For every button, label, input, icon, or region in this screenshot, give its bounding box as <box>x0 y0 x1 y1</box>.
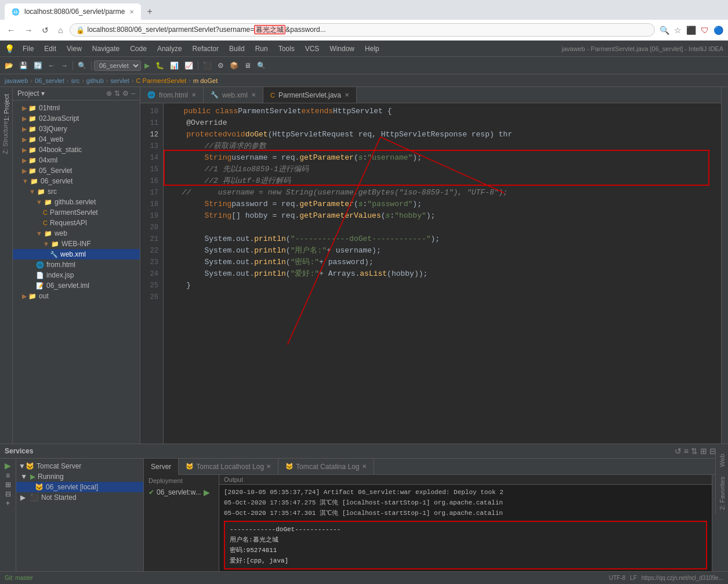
tree-item-out[interactable]: ▶ 📁out <box>13 291 140 301</box>
tree-item-web[interactable]: ▼ 📁web <box>13 228 140 239</box>
services-tab-server[interactable]: Server <box>144 459 179 475</box>
scrollbar-right[interactable] <box>721 87 728 444</box>
services-06servlet[interactable]: 🐱 06_servlet [local] <box>16 482 143 492</box>
services-refresh-btn[interactable]: ↺ <box>675 446 682 456</box>
services-running[interactable]: ▼ ▶ Running <box>16 471 143 482</box>
breadcrumb-javaweb[interactable]: javaweb <box>5 77 28 84</box>
services-run-btn[interactable]: ▶ <box>1 461 15 470</box>
shield-icon[interactable]: 🛡 <box>701 26 709 35</box>
tree-item-requestapi[interactable]: C RequestAPI <box>13 218 140 228</box>
tab-close-webxml[interactable]: ✕ <box>251 92 256 98</box>
back-btn[interactable]: ← <box>5 24 17 36</box>
menu-navigate[interactable]: Navigate <box>88 44 124 54</box>
services-tab-catalina-log[interactable]: 🐱 Tomcat Catalina Log ✕ <box>278 459 374 475</box>
services-tomcat-server[interactable]: ▼ 🐱 Tomcat Server <box>16 461 143 471</box>
tree-item-src[interactable]: ▼ 📁src <box>13 186 140 197</box>
tree-item-05servlet[interactable]: ▶ 📁05_Servlet <box>13 165 140 176</box>
tree-item-04book[interactable]: ▶ 📁04book_static <box>13 145 140 155</box>
tree-item-iml[interactable]: 📝 06_servlet.iml <box>13 280 140 291</box>
breadcrumb-method[interactable]: m doGet <box>193 77 218 84</box>
menu-code[interactable]: Code <box>125 44 151 54</box>
tab-close-catalina[interactable]: ✕ <box>362 463 367 470</box>
sidebar-close-btn[interactable]: – <box>131 89 135 98</box>
toolbar-extra-btn[interactable]: ⚙ <box>215 60 226 71</box>
tree-item-indexjsp[interactable]: 📄 index.jsp <box>13 270 140 280</box>
tree-item-04web[interactable]: ▶ 📁04_web <box>13 134 140 145</box>
search-icon[interactable]: 🔍 <box>660 26 669 35</box>
coverage-btn[interactable]: 📊 <box>168 60 181 71</box>
services-group-btn[interactable]: ⊞ <box>700 446 707 456</box>
menu-analyze[interactable]: Analyze <box>153 44 187 54</box>
services-menu-btn[interactable]: ≡ <box>684 446 689 456</box>
breadcrumb-servlet[interactable]: servlet <box>110 77 129 84</box>
code-content[interactable]: public class ParmentServlet extends Http… <box>164 103 721 444</box>
tab-close-btn[interactable]: ✕ <box>129 9 134 15</box>
side-tab-favorites[interactable]: 2: Favorites <box>717 472 727 514</box>
tree-item-06servlet[interactable]: ▼ 📁06_servlet <box>13 176 140 186</box>
tab-parmentservlet[interactable]: C ParmentServlet.java ✕ <box>263 87 357 103</box>
tab-close-localhost[interactable]: ✕ <box>266 463 271 470</box>
menu-help[interactable]: Help <box>360 44 384 54</box>
tree-item-03jquery[interactable]: ▶ 📁03jQuery <box>13 124 140 134</box>
puzzle-icon[interactable]: 🔵 <box>713 26 723 35</box>
stop-btn[interactable]: ⬛ <box>201 60 214 71</box>
tree-item-02js[interactable]: ▶ 📁02JavaScript <box>13 113 140 124</box>
toolbar-sync-btn[interactable]: 🔄 <box>31 60 45 71</box>
services-not-started[interactable]: ▶ ⬛ Not Started <box>16 492 143 503</box>
services-add2-btn[interactable]: + <box>1 499 15 507</box>
run-btn[interactable]: ▶ <box>142 60 152 71</box>
sidebar-settings-btn[interactable]: ⚙ <box>122 89 129 98</box>
tab-close-fromhtml[interactable]: ✕ <box>191 92 196 98</box>
toolbar-terminal-btn[interactable]: 🖥 <box>242 60 253 71</box>
tab-fromhtml[interactable]: 🌐 from.html ✕ <box>140 87 204 103</box>
breadcrumb-src[interactable]: src <box>71 77 79 84</box>
menu-edit[interactable]: Edit <box>39 44 61 54</box>
services-list-btn[interactable]: ≡ <box>1 471 15 480</box>
services-tree-btn[interactable]: ⊞ <box>1 481 15 489</box>
menu-window[interactable]: Window <box>325 44 359 54</box>
run-config-select[interactable]: 06_servlet <box>94 60 141 71</box>
toolbar-find-btn[interactable]: 🔍 <box>75 60 89 71</box>
sidebar-collapse-btn[interactable]: ⇅ <box>114 89 120 98</box>
toolbar-back-btn[interactable]: ← <box>46 60 57 71</box>
bookmark-icon[interactable]: ☆ <box>674 26 682 35</box>
refresh-btn[interactable]: ↺ <box>39 24 51 36</box>
toolbar-open-btn[interactable]: 📂 <box>2 60 16 71</box>
tree-item-parment[interactable]: C ParmentServlet <box>13 207 140 218</box>
browser-tab-active[interactable]: 🌐 localhost:8080/06_servlet/parme ✕ <box>5 3 141 20</box>
breadcrumb-github[interactable]: github <box>86 77 104 84</box>
extension-icon[interactable]: ⬛ <box>686 26 696 35</box>
new-tab-btn[interactable]: + <box>143 5 155 18</box>
address-bar-input[interactable]: 🔒 localhost:8080/06_servlet/parmentServl… <box>70 23 655 37</box>
menu-view[interactable]: View <box>62 44 86 54</box>
toolbar-save-btn[interactable]: 💾 <box>17 60 30 71</box>
tab-webxml[interactable]: 🔧 web.xml ✕ <box>204 87 263 103</box>
services-filter2-btn[interactable]: ⊟ <box>1 490 15 498</box>
side-tab-structure[interactable]: Z: Structure <box>0 116 10 158</box>
debug-btn[interactable]: 🐛 <box>153 60 166 71</box>
tree-item-fromhtml[interactable]: 🌐 from.html <box>13 259 140 270</box>
tree-item-github[interactable]: ▼ 📁github.servlet <box>13 197 140 207</box>
home-btn[interactable]: ⌂ <box>56 24 65 36</box>
breadcrumb-class[interactable]: C ParmentServlet <box>136 77 187 84</box>
menu-build[interactable]: Build <box>224 44 249 54</box>
tree-item-04xml[interactable]: ▶ 📁04xml <box>13 155 140 165</box>
services-tab-localhost-log[interactable]: 🐱 Tomcat Localhost Log ✕ <box>179 459 278 475</box>
tree-item-webxml[interactable]: 🔧 web.xml <box>13 249 140 259</box>
menu-refactor[interactable]: Refactor <box>188 44 223 54</box>
tree-item-webinf[interactable]: ▼ 📁WEB-INF <box>13 239 140 249</box>
toolbar-search-btn[interactable]: 🔍 <box>255 60 268 71</box>
sidebar-locate-btn[interactable]: ⊕ <box>106 89 112 98</box>
menu-tools[interactable]: Tools <box>274 44 299 54</box>
services-sort-btn[interactable]: ⇅ <box>691 446 698 456</box>
tree-item-01html[interactable]: ▶ 📁01html <box>13 103 140 113</box>
forward-btn[interactable]: → <box>22 24 35 36</box>
menu-run[interactable]: Run <box>251 44 273 54</box>
breadcrumb-06servlet[interactable]: 06_servlet <box>35 77 64 84</box>
side-tab-web[interactable]: Web <box>717 449 727 471</box>
menu-vcs[interactable]: VCS <box>300 44 324 54</box>
toolbar-fwd-btn[interactable]: → <box>59 60 70 71</box>
services-output[interactable]: [2020-10-05 05:35:37,724] Artifact 06_se… <box>219 485 712 571</box>
toolbar-deploy-btn[interactable]: 📦 <box>227 60 241 71</box>
tab-close-parment[interactable]: ✕ <box>345 92 349 98</box>
